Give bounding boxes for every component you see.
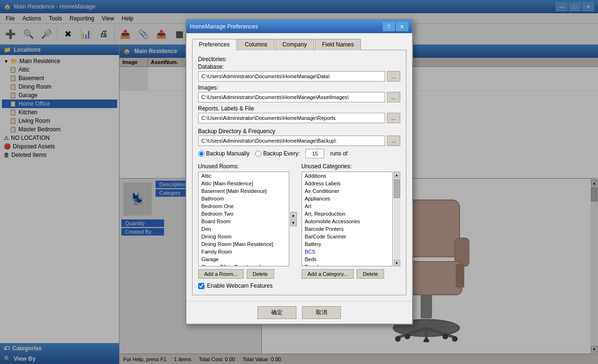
unused-rooms-section: Unused Rooms: Attic Attic [Main Residenc…: [198, 163, 297, 279]
modal-title-buttons: ? ✕: [383, 22, 408, 31]
modal-title: HomeManage Preferences: [190, 23, 258, 30]
tab-fieldnames[interactable]: Field Names: [315, 39, 361, 50]
backup-every-radio[interactable]: [255, 151, 261, 157]
add-room-button[interactable]: Add a Room...: [198, 269, 244, 279]
backup-label: Backup Directory & Frequency: [198, 128, 400, 135]
unused-categories-label: Unused Categories:: [302, 163, 400, 170]
database-row: ...: [198, 71, 400, 82]
delete-category-button[interactable]: Delete: [357, 269, 384, 279]
room-item-family-room[interactable]: Family Room: [199, 248, 289, 255]
unused-rooms-label: Unused Rooms:: [198, 163, 297, 170]
backup-manual-label[interactable]: Backup Manually: [198, 150, 249, 157]
tab-content-preferences: Directories: Database: ... Images: ... R…: [192, 50, 406, 295]
cat-item-art-repro[interactable]: Art, Reproduction: [302, 210, 392, 218]
cat-item-battery[interactable]: Battery: [302, 240, 392, 248]
images-browse-btn[interactable]: ...: [387, 92, 400, 102]
webcam-label-text: Enable Webcam Features: [207, 282, 273, 289]
rooms-scrollbar: ▲ ▼: [290, 172, 297, 266]
room-item-basement-main[interactable]: Basement [Main Residence]: [199, 187, 289, 195]
cat-item-art[interactable]: Art: [302, 202, 392, 210]
unused-categories-list[interactable]: Additions Address Labels Air Conditioner…: [302, 172, 393, 266]
cat-item-appliances[interactable]: Appliances: [302, 195, 392, 202]
cat-scrollbar: ▲ ▼: [394, 172, 400, 266]
lists-row: Unused Rooms: Attic Attic [Main Residenc…: [198, 163, 400, 279]
modal-help-button[interactable]: ?: [383, 22, 395, 31]
room-item-attic[interactable]: Attic: [199, 172, 289, 180]
tab-company[interactable]: Company: [276, 39, 314, 50]
reports-browse-btn[interactable]: ...: [387, 113, 400, 123]
images-label: Images:: [198, 84, 400, 91]
reports-row: ...: [198, 113, 400, 123]
backup-manual-text: Backup Manually: [206, 150, 249, 157]
confirm-button[interactable]: 确定: [258, 306, 296, 319]
cat-scroll-down[interactable]: ▼: [394, 260, 400, 266]
room-item-bedroom-two[interactable]: Bedroom Two: [199, 210, 289, 218]
backup-input[interactable]: [198, 136, 385, 146]
backup-section: Backup Directory & Frequency ... Backup …: [198, 128, 400, 158]
modal-tabs: Preferences Columns Company Field Names: [192, 39, 406, 50]
cat-item-auto-acc[interactable]: Automobile Accessories: [302, 218, 392, 225]
images-input[interactable]: [198, 92, 385, 102]
preferences-modal: HomeManage Preferences ? ✕ Preferences C…: [185, 19, 413, 325]
room-item-dining-room[interactable]: Dining Room: [199, 233, 289, 240]
unused-categories-section: Unused Categories: Additions Address Lab…: [302, 163, 400, 279]
webcam-checkbox-label[interactable]: Enable Webcam Features: [198, 282, 400, 289]
room-item-board-room[interactable]: Board Room: [199, 218, 289, 225]
database-browse-btn[interactable]: ...: [387, 71, 400, 82]
rooms-scroll-up[interactable]: ▲: [290, 212, 297, 218]
modal-overlay: HomeManage Preferences ? ✕ Preferences C…: [0, 0, 598, 364]
cat-item-beds[interactable]: Beds: [302, 255, 392, 263]
rooms-scroll-down[interactable]: ▼: [290, 219, 297, 226]
unused-rooms-list[interactable]: Attic Attic [Main Residence] Basement [M…: [198, 172, 289, 266]
dialog-actions: 确定 取消: [186, 301, 412, 324]
backup-every-label[interactable]: Backup Every:: [255, 150, 300, 157]
backup-every-text: Backup Every:: [263, 150, 300, 157]
app-window: 🏠 Main Residence - HomeManage — □ ✕ File…: [0, 0, 598, 364]
cat-scroll-up[interactable]: ▲: [394, 172, 400, 178]
reports-label: Reports, Labels & File: [198, 105, 400, 112]
backup-manual-radio[interactable]: [198, 151, 204, 157]
backup-radio-group: Backup Manually Backup Every: runs of: [198, 149, 400, 158]
cat-item-barcode-scanner[interactable]: BarCode Scanner: [302, 233, 392, 240]
images-row: ...: [198, 92, 400, 102]
tab-preferences[interactable]: Preferences: [192, 39, 237, 50]
webcam-checkbox[interactable]: [198, 283, 204, 289]
backup-browse-btn[interactable]: ...: [387, 136, 400, 146]
cat-item-bicycles[interactable]: Bicycles: [302, 263, 392, 266]
rooms-btn-row: Add a Room... Delete: [198, 269, 297, 279]
cat-item-barcode-printers[interactable]: Barcode Printers: [302, 225, 392, 233]
room-item-den[interactable]: Den: [199, 225, 289, 233]
modal-title-bar: HomeManage Preferences ? ✕: [186, 20, 412, 33]
room-item-garage[interactable]: Garage: [199, 255, 289, 263]
room-item-bathroom[interactable]: Bathroom: [199, 195, 289, 202]
delete-room-button[interactable]: Delete: [247, 269, 274, 279]
room-item-garage-main[interactable]: Garage [Main Residence]: [199, 263, 289, 266]
modal-body: Preferences Columns Company Field Names …: [186, 33, 412, 301]
cat-item-air-cond[interactable]: Air Conditioner: [302, 187, 392, 195]
cat-item-bcs[interactable]: BCS: [302, 248, 392, 255]
tab-columns[interactable]: Columns: [238, 39, 274, 50]
database-label: Database:: [198, 64, 400, 70]
room-item-bedroom-one[interactable]: Bedroom One: [199, 202, 289, 210]
cat-item-address-labels[interactable]: Address Labels: [302, 180, 392, 187]
cat-item-additions[interactable]: Additions: [302, 172, 392, 180]
cat-scroll-thumb[interactable]: [394, 179, 400, 198]
backup-num-input[interactable]: [305, 149, 324, 158]
cancel-button[interactable]: 取消: [302, 306, 341, 319]
runs-of-text: runs of: [330, 150, 348, 157]
add-category-button[interactable]: Add a Category...: [302, 269, 354, 279]
directories-label: Directories:: [198, 56, 400, 63]
categories-btn-row: Add a Category... Delete: [302, 269, 400, 279]
reports-input[interactable]: [198, 113, 385, 123]
backup-dir-row: ...: [198, 136, 400, 146]
directories-section: Directories: Database: ... Images: ... R…: [198, 56, 400, 123]
cat-scroll-track: [394, 179, 400, 259]
room-item-dining-main[interactable]: Dining Room [Main Residence]: [199, 240, 289, 248]
room-item-attic-main[interactable]: Attic [Main Residence]: [199, 180, 289, 187]
modal-close-button[interactable]: ✕: [396, 22, 408, 31]
database-input[interactable]: [198, 71, 385, 82]
